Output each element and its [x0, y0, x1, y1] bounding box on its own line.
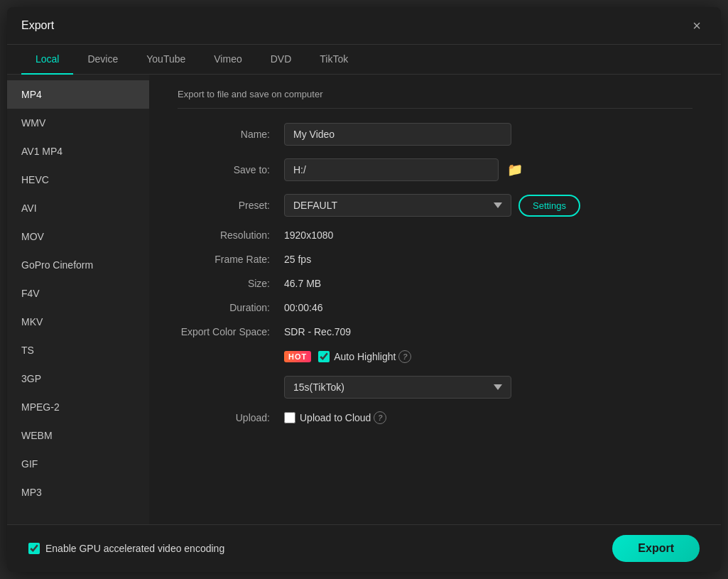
- tab-vimeo[interactable]: Vimeo: [200, 45, 256, 75]
- framerate-row: Frame Rate: 25 fps: [178, 254, 692, 265]
- dialog-body: MP4 WMV AV1 MP4 HEVC AVI MOV GoPro Cinef…: [7, 75, 721, 524]
- duration-value: 00:00:46: [284, 302, 323, 313]
- duration-row: Duration: 00:00:46: [178, 302, 692, 313]
- export-button[interactable]: Export: [612, 535, 700, 562]
- tab-dvd[interactable]: DVD: [256, 45, 306, 75]
- name-row: Name:: [178, 123, 692, 146]
- size-value: 46.7 MB: [284, 278, 321, 289]
- resolution-value: 1920x1080: [284, 229, 333, 241]
- gpu-label: Enable GPU accelerated video encoding: [45, 543, 224, 554]
- resolution-row: Resolution: 1920x1080: [178, 229, 692, 241]
- gpu-check-row: Enable GPU accelerated video encoding: [28, 543, 224, 554]
- size-label: Size:: [178, 278, 284, 289]
- section-header: Export to file and save on computer: [178, 89, 692, 109]
- close-button[interactable]: ×: [687, 16, 707, 36]
- format-f4v[interactable]: F4V: [7, 279, 149, 308]
- format-gopro[interactable]: GoPro Cineform: [7, 251, 149, 279]
- export-dialog: Export × Local Device YouTube Vimeo DVD …: [7, 7, 721, 572]
- format-hevc[interactable]: HEVC: [7, 166, 149, 194]
- tab-bar: Local Device YouTube Vimeo DVD TikTok: [7, 45, 721, 75]
- color-space-value: SDR - Rec.709: [284, 326, 351, 337]
- format-mpeg2[interactable]: MPEG-2: [7, 393, 149, 421]
- tab-tiktok[interactable]: TikTok: [305, 45, 362, 75]
- settings-button[interactable]: Settings: [518, 195, 580, 217]
- preset-select[interactable]: DEFAULT Custom High Quality Low Quality: [284, 194, 511, 217]
- preset-row: Preset: DEFAULT Custom High Quality Low …: [178, 194, 692, 217]
- name-input[interactable]: [284, 123, 511, 146]
- format-mp3[interactable]: MP3: [7, 478, 149, 507]
- format-3gp[interactable]: 3GP: [7, 364, 149, 393]
- color-space-row: Export Color Space: SDR - Rec.709: [178, 326, 692, 337]
- folder-browse-button[interactable]: 📁: [504, 161, 526, 179]
- hot-badge: HOT: [284, 351, 311, 362]
- format-mp4[interactable]: MP4: [7, 80, 149, 109]
- upload-cloud-label[interactable]: Upload to Cloud: [284, 412, 371, 423]
- save-to-row: Save to: 📁: [178, 158, 692, 181]
- format-webm[interactable]: WEBM: [7, 421, 149, 450]
- preset-controls: DEFAULT Custom High Quality Low Quality …: [284, 194, 580, 217]
- save-path-input[interactable]: [284, 158, 499, 181]
- dialog-header: Export ×: [7, 7, 721, 45]
- tab-device[interactable]: Device: [73, 45, 132, 75]
- tiktok-duration-select[interactable]: 15s(TikTok) 60s(TikTok) 30s(Instagram): [284, 376, 511, 399]
- duration-label: Duration:: [178, 302, 284, 313]
- path-row: 📁: [284, 158, 526, 181]
- upload-help-icon[interactable]: ?: [374, 411, 386, 424]
- framerate-value: 25 fps: [284, 254, 311, 265]
- format-wmv[interactable]: WMV: [7, 109, 149, 137]
- dialog-footer: Enable GPU accelerated video encoding Ex…: [7, 524, 721, 572]
- framerate-label: Frame Rate:: [178, 254, 284, 265]
- format-list: MP4 WMV AV1 MP4 HEVC AVI MOV GoPro Cinef…: [7, 75, 149, 524]
- auto-highlight-row: HOT Auto Highlight ?: [178, 350, 692, 363]
- save-to-label: Save to:: [178, 164, 284, 175]
- dialog-title: Export: [21, 19, 54, 32]
- main-content: Export to file and save on computer Name…: [149, 75, 721, 524]
- name-label: Name:: [178, 129, 284, 140]
- dialog-overlay: Export × Local Device YouTube Vimeo DVD …: [0, 0, 728, 579]
- format-av1mp4[interactable]: AV1 MP4: [7, 137, 149, 166]
- format-mkv[interactable]: MKV: [7, 308, 149, 336]
- size-row: Size: 46.7 MB: [178, 278, 692, 289]
- auto-highlight-help-icon[interactable]: ?: [398, 350, 411, 363]
- auto-highlight-label[interactable]: Auto Highlight: [318, 351, 396, 362]
- format-gif[interactable]: GIF: [7, 450, 149, 478]
- format-ts[interactable]: TS: [7, 336, 149, 364]
- format-mov[interactable]: MOV: [7, 222, 149, 251]
- auto-highlight-checkbox[interactable]: [318, 351, 330, 362]
- upload-row: Upload: Upload to Cloud ?: [178, 411, 692, 424]
- format-avi[interactable]: AVI: [7, 194, 149, 222]
- color-space-label: Export Color Space:: [178, 326, 284, 337]
- tab-local[interactable]: Local: [21, 45, 73, 75]
- upload-label: Upload:: [178, 412, 284, 423]
- gpu-checkbox[interactable]: [28, 543, 40, 554]
- preset-label: Preset:: [178, 200, 284, 211]
- upload-cloud-checkbox[interactable]: [284, 412, 295, 423]
- tab-youtube[interactable]: YouTube: [132, 45, 200, 75]
- resolution-label: Resolution:: [178, 229, 284, 241]
